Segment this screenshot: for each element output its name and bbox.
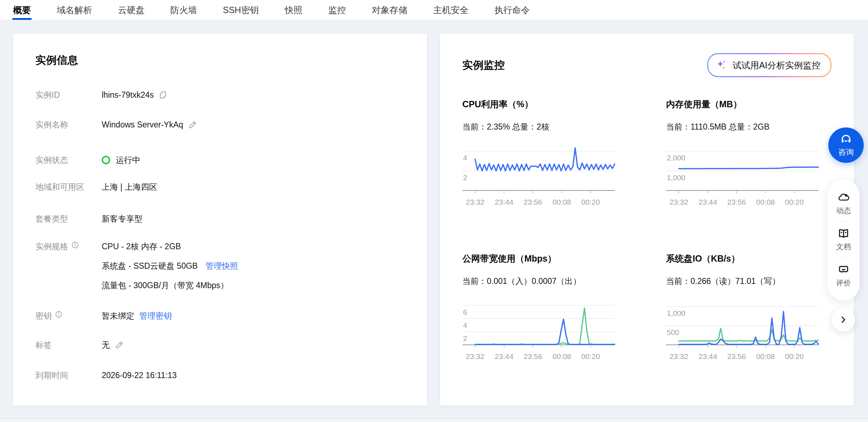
spec-info-icon[interactable] bbox=[71, 241, 79, 249]
row-instance-id: 实例ID lhins-79txk24s bbox=[35, 90, 405, 100]
svg-text:1,000: 1,000 bbox=[667, 173, 686, 182]
svg-text:4: 4 bbox=[463, 154, 467, 162]
svg-text:23:44: 23:44 bbox=[495, 198, 514, 206]
toolbar-divider bbox=[837, 258, 850, 258]
memory-chart-cell: 内存使用量（MB） 当前：1110.5MB 总量：2GB 2,0001,0002… bbox=[666, 98, 818, 208]
memory-usage-chart[interactable]: 2,0001,00023:3223:4423:5600:0800:20 bbox=[666, 144, 818, 208]
spec-cpu-mem: CPU - 2核 内存 - 2GB bbox=[102, 241, 238, 252]
expire-time-label: 到期时间 bbox=[35, 370, 102, 381]
svg-text:6: 6 bbox=[463, 308, 467, 316]
tab-firewall[interactable]: 防火墙 bbox=[170, 0, 197, 20]
ai-analyze-button[interactable]: 试试用AI分析实例监控 bbox=[707, 53, 832, 77]
cpu-usage-chart[interactable]: 4223:3223:4423:5600:0800:20 bbox=[462, 144, 615, 208]
tab-overview[interactable]: 概要 bbox=[13, 0, 31, 20]
row-tag: 标签 无 bbox=[35, 340, 405, 350]
expire-time-value: 2026-09-22 16:11:13 bbox=[102, 370, 177, 381]
feedback-button[interactable]: 评价 bbox=[836, 260, 851, 292]
headset-icon bbox=[840, 133, 852, 145]
svg-text:4: 4 bbox=[463, 321, 467, 329]
collapse-toolbar-button[interactable] bbox=[832, 308, 855, 331]
svg-text:00:08: 00:08 bbox=[756, 352, 775, 360]
instance-tab-bar: 概要 域名解析 云硬盘 防火墙 SSH密钥 快照 监控 对象存储 主机安全 执行… bbox=[0, 0, 868, 20]
instance-info-rows: 实例ID lhins-79txk24s 实例名称 Windows Server-… bbox=[35, 90, 405, 381]
feedback-icon bbox=[838, 264, 849, 275]
bandwidth-chart-current: 当前：0.001（入）0.0007（出） bbox=[462, 276, 615, 287]
monitor-charts-grid: CPU利用率（%） 当前：2.35% 总量：2核 4223:3223:4423:… bbox=[462, 98, 832, 363]
chevron-right-icon bbox=[839, 315, 848, 324]
svg-text:00:20: 00:20 bbox=[581, 198, 600, 206]
svg-text:23:32: 23:32 bbox=[670, 352, 688, 360]
consult-button[interactable]: 咨询 bbox=[828, 127, 864, 163]
memory-chart-current: 当前：1110.5MB 总量：2GB bbox=[666, 121, 818, 132]
svg-text:00:08: 00:08 bbox=[553, 352, 571, 360]
package-type-label: 套餐类型 bbox=[35, 213, 102, 224]
instance-info-card: 实例信息 实例ID lhins-79txk24s 实例名称 Windows Se… bbox=[13, 34, 427, 405]
page-bottom-strip bbox=[0, 418, 868, 422]
cpu-chart-cell: CPU利用率（%） 当前：2.35% 总量：2核 4223:3223:4423:… bbox=[462, 98, 615, 208]
svg-text:23:56: 23:56 bbox=[524, 352, 542, 360]
book-icon bbox=[838, 228, 849, 239]
instance-status-value: 运行中 bbox=[116, 155, 140, 165]
svg-text:00:08: 00:08 bbox=[553, 198, 571, 206]
bandwidth-chart-cell: 公网带宽使用（Mbps） 当前：0.001（入）0.0007（出） 64223:… bbox=[462, 253, 615, 363]
tab-cloud-disk[interactable]: 云硬盘 bbox=[118, 0, 145, 20]
news-button[interactable]: 动态 bbox=[836, 188, 851, 220]
instance-monitor-title: 实例监控 bbox=[462, 58, 505, 73]
edit-tag-icon[interactable] bbox=[115, 340, 124, 349]
svg-text:2: 2 bbox=[463, 334, 467, 342]
tab-ssh-key[interactable]: SSH密钥 bbox=[223, 0, 259, 20]
region-value: 上海 | 上海四区 bbox=[102, 182, 157, 192]
tag-label: 标签 bbox=[35, 340, 102, 350]
svg-text:23:56: 23:56 bbox=[727, 352, 746, 360]
edit-name-icon[interactable] bbox=[188, 120, 197, 129]
svg-text:500: 500 bbox=[667, 328, 679, 336]
spec-system-disk: 系统盘 - SSD云硬盘 50GB bbox=[102, 261, 198, 271]
svg-text:00:08: 00:08 bbox=[756, 198, 775, 206]
ai-analyze-label: 试试用AI分析实例监控 bbox=[732, 59, 821, 71]
spec-traffic-package: 流量包 - 300GB/月（带宽 4Mbps） bbox=[102, 280, 238, 291]
tab-run-command[interactable]: 执行命令 bbox=[494, 0, 530, 20]
tab-snapshot[interactable]: 快照 bbox=[284, 0, 302, 20]
news-label: 动态 bbox=[836, 206, 851, 216]
instance-info-title: 实例信息 bbox=[35, 53, 405, 68]
disk-io-chart-title: 系统盘IO（KB/s） bbox=[666, 253, 818, 264]
bandwidth-chart-title: 公网带宽使用（Mbps） bbox=[462, 253, 615, 264]
svg-text:23:56: 23:56 bbox=[524, 198, 542, 206]
svg-text:1,000: 1,000 bbox=[667, 309, 686, 317]
tab-dns[interactable]: 域名解析 bbox=[57, 0, 92, 20]
tab-host-security[interactable]: 主机安全 bbox=[433, 0, 468, 20]
side-toolbar: 动态 文档 评价 bbox=[828, 179, 859, 301]
instance-name-label: 实例名称 bbox=[35, 119, 102, 130]
tag-value: 无 bbox=[102, 340, 110, 350]
running-status-icon bbox=[102, 156, 110, 164]
instance-name-value: Windows Server-YkAq bbox=[102, 119, 183, 130]
row-region: 地域和可用区 上海 | 上海四区 bbox=[35, 182, 405, 192]
instance-id-value: lhins-79txk24s bbox=[102, 90, 154, 100]
instance-monitor-card: 实例监控 试试用AI分析实例监控 CPU利用率（%） 当前：2. bbox=[440, 34, 854, 405]
cpu-chart-title: CPU利用率（%） bbox=[462, 98, 615, 110]
docs-button[interactable]: 文档 bbox=[836, 224, 851, 256]
key-info-icon[interactable] bbox=[55, 310, 63, 318]
row-instance-spec: 实例规格 CPU - 2核 内存 - 2GB 系统盘 - SSD云硬盘 50GB… bbox=[35, 241, 405, 291]
disk-io-chart-cell: 系统盘IO（KB/s） 当前：0.266（读）71.01（写） 1,000500… bbox=[666, 253, 818, 363]
package-type-value: 新客专享型 bbox=[102, 213, 142, 224]
svg-text:23:32: 23:32 bbox=[466, 198, 485, 206]
manage-key-link[interactable]: 管理密钥 bbox=[139, 310, 172, 321]
svg-text:23:44: 23:44 bbox=[495, 352, 514, 360]
svg-text:23:32: 23:32 bbox=[466, 352, 485, 360]
toolbar-divider bbox=[837, 222, 850, 222]
bandwidth-usage-chart[interactable]: 64223:3223:4423:5600:0800:20 bbox=[462, 299, 615, 363]
svg-text:00:20: 00:20 bbox=[785, 352, 804, 360]
row-key: 密钥 暂未绑定 管理密钥 bbox=[35, 310, 405, 321]
tab-monitor[interactable]: 监控 bbox=[328, 0, 346, 20]
manage-snapshot-link[interactable]: 管理快照 bbox=[205, 261, 238, 271]
copy-icon[interactable] bbox=[159, 91, 167, 99]
cpu-chart-current: 当前：2.35% 总量：2核 bbox=[462, 121, 615, 132]
row-package-type: 套餐类型 新客专享型 bbox=[35, 213, 405, 224]
disk-io-chart[interactable]: 1,00050023:3223:4423:5600:0800:20 bbox=[666, 299, 818, 363]
key-label: 密钥 bbox=[35, 310, 52, 321]
svg-text:23:44: 23:44 bbox=[699, 198, 717, 206]
tab-object-storage[interactable]: 对象存储 bbox=[372, 0, 407, 20]
svg-text:2: 2 bbox=[463, 173, 467, 182]
page-bottom-divider bbox=[0, 418, 868, 418]
